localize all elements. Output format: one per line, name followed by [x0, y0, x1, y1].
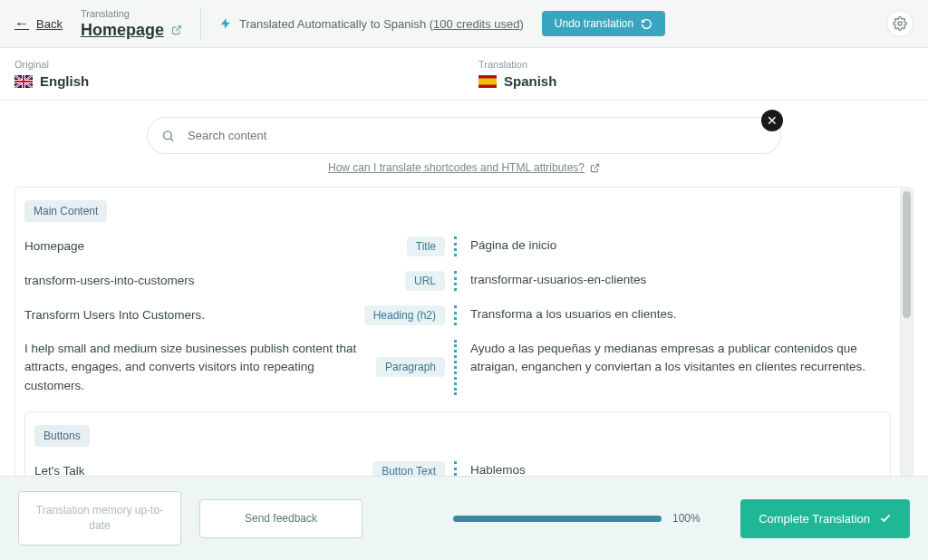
- search-icon: [161, 129, 175, 142]
- orig-text: I help small and medium size businesses …: [24, 340, 367, 395]
- orig-text: Homepage: [24, 237, 398, 256]
- original-label: Original: [14, 59, 450, 70]
- top-header: ← Back Translating Homepage Translated A…: [0, 0, 928, 48]
- svg-point-5: [164, 131, 172, 140]
- type-tag: URL: [405, 271, 445, 291]
- table-row[interactable]: Transform Users Into Customers. Heading …: [15, 298, 900, 333]
- divider: [200, 7, 201, 40]
- scrollbar-thumb[interactable]: [903, 191, 911, 318]
- orig-text: Transform Users Into Customers.: [24, 306, 355, 324]
- undo-translation-button[interactable]: Undo translation: [542, 11, 665, 36]
- auto-translate-msg: Translated Automatically to Spanish (100…: [219, 17, 524, 31]
- undo-label: Undo translation: [555, 17, 633, 30]
- original-lang-col: Original English: [0, 48, 464, 100]
- orig-text: transform-users-into-customers: [24, 272, 396, 290]
- trans-text: Transforma a los usuarios en clientes.: [458, 305, 891, 323]
- close-icon: ✕: [767, 113, 778, 128]
- undo-icon: [641, 18, 652, 30]
- search-input[interactable]: [147, 117, 781, 154]
- translation-label: Translation: [478, 59, 914, 70]
- table-row[interactable]: Homepage Title Página de inicio: [15, 229, 900, 264]
- search-container: ✕: [147, 117, 781, 154]
- svg-rect-4: [478, 78, 497, 84]
- bolt-icon: [219, 17, 232, 30]
- auto-msg-suffix: ): [519, 17, 523, 31]
- translation-lang: Spanish: [478, 73, 914, 89]
- help-link-text: How can I translate shortcodes and HTML …: [328, 161, 585, 174]
- content-scroll[interactable]: Main Content Homepage Title Página de in…: [15, 188, 900, 488]
- table-row[interactable]: transform-users-into-customers URL trans…: [15, 264, 900, 298]
- original-lang-name: English: [40, 73, 89, 89]
- settings-button[interactable]: [886, 10, 914, 37]
- svg-point-1: [898, 22, 902, 25]
- page-name: Homepage: [81, 21, 164, 40]
- trans-text: transformar-usuarios-en-clientes: [458, 271, 891, 289]
- translation-lang-name: Spanish: [504, 73, 556, 89]
- section-tag-main: Main Content: [24, 200, 107, 222]
- language-row: Original English Translation Spanish: [0, 48, 928, 101]
- auto-msg-prefix: Translated Automatically to Spanish (: [239, 17, 433, 31]
- svg-line-6: [170, 138, 173, 140]
- type-tag: Heading (h2): [364, 305, 445, 325]
- type-tag: Title: [407, 237, 445, 256]
- uk-flag-icon: [14, 75, 33, 88]
- section-tag-buttons: Buttons: [34, 425, 90, 447]
- back-label: Back: [36, 17, 63, 31]
- trans-text: Página de inicio: [458, 237, 891, 255]
- external-link-icon: [590, 163, 600, 173]
- table-row[interactable]: I help small and medium size businesses …: [15, 333, 900, 402]
- translating-label: Translating: [81, 8, 182, 19]
- credits-used: 100 credits used: [433, 17, 519, 31]
- page-title-link[interactable]: Homepage: [81, 21, 182, 40]
- type-tag: Paragraph: [376, 357, 445, 377]
- title-block: Translating Homepage: [81, 8, 182, 40]
- spain-flag-icon: [478, 75, 497, 88]
- external-link-icon: [171, 24, 182, 35]
- scrollbar[interactable]: [900, 188, 913, 488]
- footer-bar: Translation memory up-to-date Send feedb…: [0, 476, 928, 489]
- original-lang: English: [14, 73, 450, 89]
- translation-lang-col: Translation Spanish: [464, 48, 928, 100]
- gear-icon: [893, 16, 907, 31]
- trans-text: Ayudo a las pequeñas y medianas empresas…: [458, 340, 891, 377]
- back-link[interactable]: ← Back: [14, 15, 63, 32]
- svg-line-7: [594, 164, 599, 169]
- clear-search-button[interactable]: ✕: [761, 110, 783, 131]
- help-link[interactable]: How can I translate shortcodes and HTML …: [0, 161, 928, 174]
- svg-line-0: [176, 26, 181, 32]
- content-area: Main Content Homepage Title Página de in…: [14, 187, 914, 489]
- arrow-left-icon: ←: [14, 15, 29, 32]
